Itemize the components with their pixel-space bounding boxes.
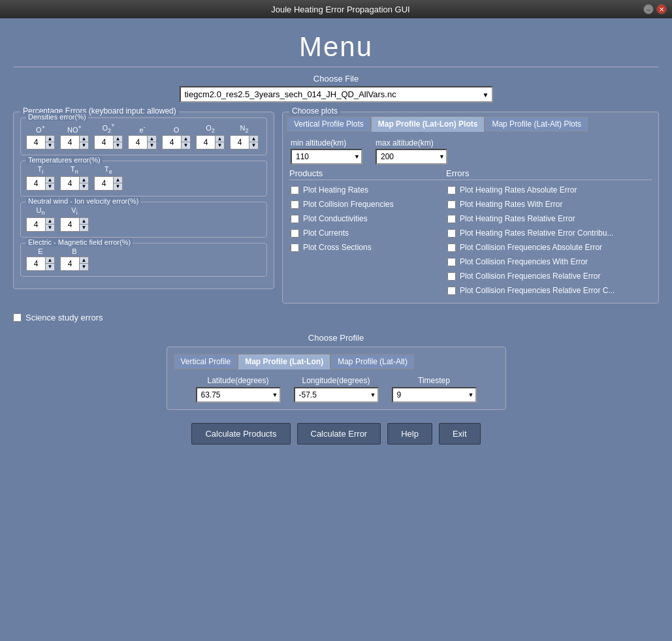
checkbox-hr-rel-error[interactable]: Plot Heating Rates Relative Error xyxy=(446,211,652,226)
e-minus-down[interactable]: ▼ xyxy=(147,142,156,149)
tn-spinner[interactable]: ▲ ▼ xyxy=(60,176,89,191)
profile-tab-lat-lon[interactable]: Map Profile (Lat-Lon) xyxy=(238,354,330,369)
b-up[interactable]: ▲ xyxy=(79,257,88,264)
longitude-select-wrapper[interactable]: -57.5 0 30 60 90 120 xyxy=(294,387,379,403)
checkbox-cf-rel-error-c-input[interactable] xyxy=(447,287,456,295)
o-plus-spinner[interactable]: ▲ ▼ xyxy=(26,135,55,149)
minimize-button[interactable]: – xyxy=(643,4,654,14)
n2-spinner[interactable]: ▲ ▼ xyxy=(230,135,259,149)
timestep-select-wrapper[interactable]: 9 0 1 2 3 4 5 6 7 8 10 xyxy=(392,387,477,403)
e-down[interactable]: ▼ xyxy=(45,264,54,270)
latitude-select[interactable]: 63.75 0 30 45 60 90 xyxy=(196,387,281,403)
e-minus-spinner[interactable]: ▲ ▼ xyxy=(128,135,157,149)
checkbox-cf-rel-error[interactable]: Plot Collision Frequencies Relative Erro… xyxy=(446,269,652,283)
o-plus-down[interactable]: ▼ xyxy=(45,142,54,149)
checkbox-heating-rates-input[interactable] xyxy=(291,186,299,195)
o2-spinner[interactable]: ▲ ▼ xyxy=(196,135,225,149)
errors-scroll[interactable]: Plot Heating Rates Absolute Error Plot H… xyxy=(446,183,652,298)
n2-down[interactable]: ▼ xyxy=(249,142,258,149)
un-down[interactable]: ▼ xyxy=(45,225,54,231)
file-dropdown[interactable]: tiegcm2.0_res2.5_3years_sech_014_JH_QD_A… xyxy=(180,86,493,102)
tab-map-lat-alt[interactable]: Map Profile (Lat-Alt) Plots xyxy=(485,116,588,132)
e-up[interactable]: ▲ xyxy=(45,257,54,264)
o-down[interactable]: ▼ xyxy=(181,142,190,149)
file-select-wrapper[interactable]: tiegcm2.0_res2.5_3years_sech_014_JH_QD_A… xyxy=(180,86,493,102)
no-plus-up[interactable]: ▲ xyxy=(79,136,88,142)
checkbox-cf-rel-error-input[interactable] xyxy=(447,272,456,281)
checkbox-plot-currents[interactable]: Plot Currents xyxy=(289,226,446,240)
checkbox-hr-rel-error-contrib-input[interactable] xyxy=(447,229,456,238)
checkbox-cf-abs-error-input[interactable] xyxy=(447,243,456,252)
n2-input[interactable] xyxy=(231,137,249,148)
o-plus-input[interactable] xyxy=(27,137,45,148)
science-study-checkbox[interactable] xyxy=(13,313,22,322)
longitude-select[interactable]: -57.5 0 30 60 90 120 xyxy=(294,387,379,403)
ti-up[interactable]: ▲ xyxy=(45,177,54,183)
checkbox-cf-with-error-input[interactable] xyxy=(447,258,456,266)
tn-down[interactable]: ▼ xyxy=(79,183,88,190)
calculate-error-button[interactable]: Calculate Error xyxy=(297,423,381,445)
ti-input[interactable] xyxy=(27,178,45,189)
te-spinner[interactable]: ▲ ▼ xyxy=(94,176,123,191)
e-spinner[interactable]: ▲ ▼ xyxy=(26,257,55,271)
checkbox-plot-collision-frequencies[interactable]: Plot Collision Frequencies xyxy=(289,197,446,211)
o2-down[interactable]: ▼ xyxy=(215,142,224,149)
tab-map-lat-lon[interactable]: Map Profile (Lat-Lon) Plots xyxy=(371,116,485,132)
vi-down[interactable]: ▼ xyxy=(79,225,88,231)
latitude-select-wrapper[interactable]: 63.75 0 30 45 60 90 xyxy=(196,387,281,403)
checkbox-hr-abs-error-input[interactable] xyxy=(447,186,456,195)
no-plus-down[interactable]: ▼ xyxy=(79,142,88,149)
ti-down[interactable]: ▼ xyxy=(45,183,54,190)
vi-spinner[interactable]: ▲ ▼ xyxy=(60,217,89,232)
te-down[interactable]: ▼ xyxy=(113,183,122,190)
e-input[interactable] xyxy=(27,258,45,269)
te-input[interactable] xyxy=(95,178,113,189)
checkbox-plot-cross-sections[interactable]: Plot Cross Sections xyxy=(289,240,446,255)
checkbox-conductivities-input[interactable] xyxy=(291,215,299,223)
timestep-select[interactable]: 9 0 1 2 3 4 5 6 7 8 10 xyxy=(392,387,477,403)
o2-plus-input[interactable] xyxy=(95,137,113,148)
checkbox-cross-sections-input[interactable] xyxy=(291,243,299,252)
checkbox-plot-conductivities[interactable]: Plot Conductivities xyxy=(289,211,446,226)
help-button[interactable]: Help xyxy=(387,423,432,445)
e-minus-input[interactable] xyxy=(129,137,147,148)
o2-plus-spinner[interactable]: ▲ ▼ xyxy=(94,135,123,149)
o-spinner[interactable]: ▲ ▼ xyxy=(162,135,191,149)
o2-up[interactable]: ▲ xyxy=(215,136,224,142)
calculate-products-button[interactable]: Calculate Products xyxy=(191,423,290,445)
checkbox-hr-rel-error-input[interactable] xyxy=(447,215,456,223)
profile-tab-vertical[interactable]: Vertical Profile xyxy=(174,354,238,369)
o2-plus-up[interactable]: ▲ xyxy=(113,136,122,142)
n2-up[interactable]: ▲ xyxy=(249,136,258,142)
ti-spinner[interactable]: ▲ ▼ xyxy=(26,176,55,191)
b-spinner[interactable]: ▲ ▼ xyxy=(60,257,89,271)
tn-input[interactable] xyxy=(61,178,79,189)
o2-input[interactable] xyxy=(197,137,215,148)
profile-tab-lat-alt[interactable]: Map Profile (Lat-Alt) xyxy=(330,354,415,369)
e-minus-up[interactable]: ▲ xyxy=(147,136,156,142)
tab-vertical-profile[interactable]: Vertical Profile Plots xyxy=(287,116,371,132)
tn-up[interactable]: ▲ xyxy=(79,177,88,183)
checkbox-cf-with-error[interactable]: Plot Collision Frequencies With Error xyxy=(446,255,652,269)
checkbox-hr-with-error[interactable]: Plot Heating Rates With Error xyxy=(446,197,652,211)
no-plus-input[interactable] xyxy=(61,137,79,148)
no-plus-spinner[interactable]: ▲ ▼ xyxy=(60,135,89,149)
checkbox-currents-input[interactable] xyxy=(291,229,299,238)
te-up[interactable]: ▲ xyxy=(113,177,122,183)
checkbox-collision-freq-input[interactable] xyxy=(291,200,299,209)
b-input[interactable] xyxy=(61,258,79,269)
o-input[interactable] xyxy=(163,137,181,148)
checkbox-cf-rel-error-c[interactable]: Plot Collision Frequencies Relative Erro… xyxy=(446,283,652,298)
un-input[interactable] xyxy=(27,219,45,230)
min-altitude-select[interactable]: 110 120 130 xyxy=(291,149,362,164)
o2-plus-down[interactable]: ▼ xyxy=(113,142,122,149)
vi-up[interactable]: ▲ xyxy=(79,218,88,225)
checkbox-hr-abs-error[interactable]: Plot Heating Rates Absolute Error xyxy=(446,183,652,197)
close-button[interactable]: ✕ xyxy=(656,4,667,14)
checkbox-cf-abs-error[interactable]: Plot Collision Frequencies Absolute Erro… xyxy=(446,240,652,255)
checkbox-plot-heating-rates[interactable]: Plot Heating Rates xyxy=(289,183,446,197)
max-altitude-wrapper[interactable]: 200 250 300 xyxy=(376,149,447,164)
checkbox-hr-rel-error-contrib[interactable]: Plot Heating Rates Relative Error Contri… xyxy=(446,226,652,240)
exit-button[interactable]: Exit xyxy=(439,423,481,445)
un-up[interactable]: ▲ xyxy=(45,218,54,225)
